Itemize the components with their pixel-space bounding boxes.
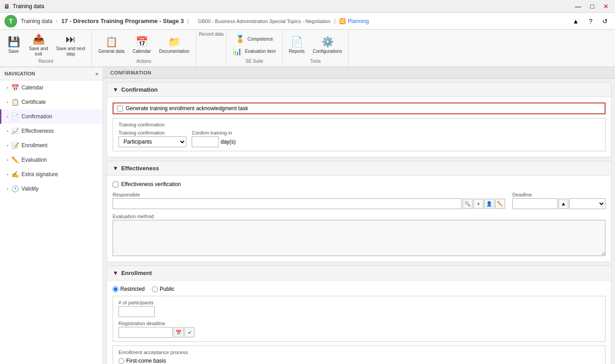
breadcrumb-appname[interactable]: Training data: [21, 18, 52, 24]
public-radio-label[interactable]: Public: [152, 286, 175, 292]
minimize-button[interactable]: —: [572, 2, 584, 11]
breadcrumb-sep3: |: [334, 18, 336, 24]
enrollment-section-body: Restricted Public # of participants Regi…: [107, 280, 611, 364]
evaluation-item-button[interactable]: 📊 Evaluation item: [229, 46, 279, 57]
deadline-input[interactable]: [512, 198, 558, 209]
enrollment-section-title[interactable]: ▼ Enrollment: [107, 266, 611, 280]
sidebar-item-confirmation[interactable]: • 📄 Confirmation: [0, 109, 103, 124]
toolbar-group-record: 💾 Save 📤 Save andexit ⏭ Save and nextste…: [0, 30, 92, 66]
documentation-button[interactable]: 📁 Documentation: [156, 34, 193, 56]
close-button[interactable]: ✕: [601, 2, 611, 11]
deadline-label: Deadline: [512, 192, 606, 197]
app-logo: T: [5, 15, 17, 28]
registration-deadline-input[interactable]: [118, 327, 173, 338]
content-area: CONFIRMATION ▼ Confirmation Generate tra…: [103, 67, 615, 364]
deadline-stepper-up[interactable]: ▲: [558, 199, 568, 209]
nav-up-button[interactable]: ▲: [570, 17, 582, 26]
breadcrumb-bar: T Training data › 17 - Directors Trainin…: [0, 13, 615, 30]
maximize-button[interactable]: □: [588, 2, 597, 11]
reg-deadline-calendar-btn[interactable]: 📅: [174, 327, 184, 337]
competence-button[interactable]: 🏅 Competence: [232, 33, 277, 45]
refresh-button[interactable]: ↺: [600, 17, 610, 26]
toolbar-group-tools: 📄 Reports ⚙️ Configurations Tools: [283, 30, 349, 66]
effectiveness-verification-checkbox[interactable]: [113, 182, 118, 187]
generate-task-checkbox-container: Generate training enrollment acknowledgm…: [113, 103, 606, 114]
actions-group-label: Actions: [95, 59, 193, 64]
competence-icon: 🏅: [236, 35, 245, 43]
registration-deadline-label: Registration deadline: [118, 321, 600, 326]
certificate-icon: 📋: [11, 98, 19, 106]
effectiveness-verification-label[interactable]: Effectiveness verification: [121, 181, 181, 187]
responsible-edit-btn[interactable]: ✏️: [495, 199, 505, 209]
calendar-toolbar-icon: 📅: [136, 36, 148, 48]
planning-label: Planning: [348, 18, 369, 24]
evaluation-icon: ✏️: [11, 156, 19, 163]
save-next-button[interactable]: ⏭ Save and nextstep: [52, 32, 89, 59]
training-confirmation-row: Training confirmation Participants Manag…: [118, 130, 600, 147]
section-header: CONFIRMATION: [103, 67, 615, 79]
toolbar: 💾 Save 📤 Save andexit ⏭ Save and nextste…: [0, 30, 615, 67]
tools-group-label: Tools: [285, 59, 346, 64]
evaluation-method-label: Evaluation method: [113, 214, 606, 219]
validity-icon: 🕐: [11, 185, 19, 192]
enrollment-type-group: Restricted Public: [113, 286, 606, 292]
configurations-button[interactable]: ⚙️ Configurations: [309, 34, 345, 56]
training-confirmation-group: Training confirmation Training confirmat…: [113, 118, 606, 151]
first-come-radio[interactable]: [118, 358, 124, 364]
save-exit-icon: 📤: [33, 33, 45, 45]
toolbar-group-se-suite: 🏅 Competence 📊 Evaluation item SE Suite: [227, 30, 282, 66]
generate-task-label[interactable]: Generate training enrollment acknowledgm…: [126, 105, 248, 112]
enrollment-details-box: # of participants Registration deadline …: [113, 296, 606, 342]
generate-task-checkbox[interactable]: [117, 106, 123, 112]
bullet-extra-signature: •: [7, 172, 9, 177]
sidebar-item-effectiveness[interactable]: • 📈 Effectiveness: [0, 124, 103, 138]
training-confirmation-field: Training confirmation Participants Manag…: [118, 130, 186, 147]
deadline-type-select[interactable]: [569, 198, 606, 209]
restricted-radio[interactable]: [113, 286, 118, 292]
sidebar-collapse-icon[interactable]: «: [95, 71, 98, 76]
general-data-button[interactable]: 📋 General data: [95, 34, 128, 56]
calendar-button[interactable]: 📅 Calendar: [129, 34, 155, 56]
confirm-days-input[interactable]: [192, 136, 219, 147]
evaluation-item-icon: 📊: [233, 47, 242, 56]
responsible-input[interactable]: [113, 198, 462, 209]
reports-button[interactable]: 📄 Reports: [285, 34, 308, 56]
confirmation-arrow-icon: ▼: [113, 86, 118, 93]
participants-input[interactable]: [118, 306, 155, 317]
enrollment-icon: 📝: [11, 142, 19, 149]
confirmation-title: Confirmation: [121, 86, 158, 93]
effectiveness-section-title[interactable]: ▼ Effectiveness: [107, 161, 611, 176]
app-icon: 🖥: [4, 3, 10, 10]
sidebar-item-evaluation[interactable]: • ✏️ Evaluation: [0, 153, 103, 167]
save-next-label: Save and nextstep: [56, 46, 85, 57]
se-suite-label: SE Suite: [229, 59, 279, 64]
planning-button[interactable]: 🔀 Planning: [339, 18, 369, 24]
save-icon: 💾: [8, 36, 20, 48]
sidebar-item-certificate[interactable]: • 📋 Certificate: [0, 95, 103, 109]
confirmation-section-title[interactable]: ▼ Confirmation: [107, 83, 611, 97]
training-confirmation-label: Training confirmation: [118, 130, 186, 135]
save-exit-button[interactable]: 📤 Save andexit: [25, 32, 52, 59]
bullet-certificate: •: [7, 100, 9, 105]
sidebar-item-validity[interactable]: • 🕐 Validity: [0, 182, 103, 196]
help-button[interactable]: ?: [586, 17, 595, 26]
sidebar-item-enrollment[interactable]: • 📝 Enrollment: [0, 138, 103, 153]
save-next-icon: ⏭: [66, 33, 76, 45]
responsible-add-btn[interactable]: +: [473, 199, 483, 209]
configurations-label: Configurations: [313, 49, 342, 54]
responsible-search-btn[interactable]: 🔍: [463, 199, 473, 209]
responsible-user-btn[interactable]: 👤: [484, 199, 494, 209]
bullet-enrollment: •: [7, 143, 9, 148]
general-data-label: General data: [98, 49, 124, 54]
sidebar-item-calendar[interactable]: • 📅 Calendar: [0, 80, 103, 95]
calendar-sidebar-icon: 📅: [11, 84, 19, 91]
first-come-label[interactable]: First-come basis: [118, 358, 600, 364]
sidebar-item-extra-signature[interactable]: • ✍️ Extra signature: [0, 167, 103, 182]
reg-deadline-clear-btn[interactable]: ✓: [184, 327, 194, 337]
restricted-radio-label[interactable]: Restricted: [113, 286, 145, 292]
evaluation-method-textarea[interactable]: [113, 220, 606, 256]
public-radio[interactable]: [152, 286, 158, 292]
save-button[interactable]: 💾 Save: [3, 34, 24, 56]
training-confirmation-select[interactable]: Participants Manager Both: [118, 136, 186, 147]
effectiveness-verification-row: Effectiveness verification: [113, 181, 606, 187]
